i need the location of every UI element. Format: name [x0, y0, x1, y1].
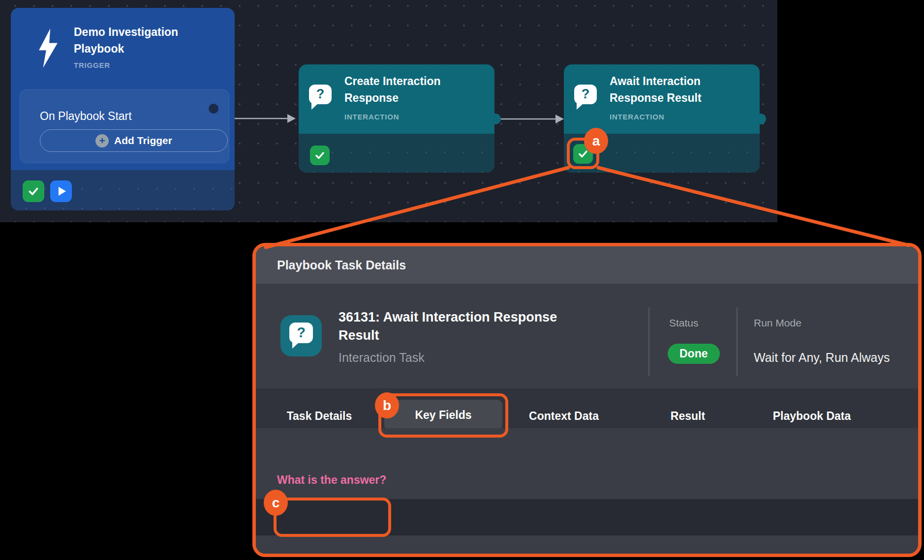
node-title: Await Interaction Response Result [610, 73, 730, 106]
playbook-task-details-panel: Playbook Task Details ? 36131: Await Int… [252, 243, 922, 557]
node-title: Create Interaction Response [344, 73, 465, 106]
divider [737, 307, 738, 376]
task-title: 36131: Await Interaction Response Result [339, 308, 585, 345]
node-create-interaction-response[interactable]: ? Create Interaction Response INTERACTIO… [299, 64, 494, 173]
tab-playbook-data[interactable]: Playbook Data [773, 410, 851, 423]
success-status-button[interactable] [573, 144, 593, 164]
connector-port-out[interactable] [490, 114, 501, 124]
screenshot-root: Demo Investigation Playbook TRIGGER On P… [0, 0, 924, 560]
node-title: Demo Investigation Playbook [74, 24, 197, 57]
node-trigger[interactable]: Demo Investigation Playbook TRIGGER On P… [11, 8, 235, 210]
run-mode-value: Wait for Any, Run Always [754, 351, 890, 365]
success-status-button[interactable] [23, 180, 44, 202]
play-button[interactable] [50, 180, 72, 202]
node-await-interaction-response-result[interactable]: ? Await Interaction Response Result INTE… [564, 64, 760, 173]
tab-context-data[interactable]: Context Data [529, 410, 599, 423]
check-icon [314, 149, 326, 161]
success-status-button[interactable] [310, 146, 330, 165]
lightning-icon [36, 28, 60, 69]
trigger-event-box[interactable]: On Playbook Start + Add Trigger [20, 89, 229, 163]
node-footer [11, 170, 235, 210]
divider [648, 307, 649, 376]
key-fields-content: What is the answer? Demo response [256, 428, 918, 557]
trigger-event-label: On Playbook Start [40, 110, 132, 123]
add-trigger-label: Add Trigger [114, 135, 172, 147]
node-type-label: INTERACTION [344, 113, 399, 121]
interaction-bubble-icon: ? [309, 85, 332, 104]
tab-task-details[interactable]: Task Details [287, 410, 352, 423]
interaction-task-icon: ? [280, 315, 322, 356]
key-field-answer-row: Demo response [256, 499, 918, 535]
tab-key-fields[interactable]: Key Fields [384, 400, 502, 430]
panel-tab-bar: Task Details Key Fields Context Data Res… [256, 388, 918, 428]
panel-header: Playbook Task Details [256, 246, 918, 284]
task-summary-section: ? 36131: Await Interaction Response Resu… [256, 284, 918, 388]
key-field-question: What is the answer? [277, 473, 386, 487]
node-type-label: INTERACTION [610, 113, 664, 121]
tab-result[interactable]: Result [671, 410, 705, 423]
run-mode-label: Run Mode [754, 317, 801, 329]
status-label: Status [669, 317, 699, 329]
playbook-canvas[interactable]: Demo Investigation Playbook TRIGGER On P… [0, 0, 777, 222]
play-icon [59, 187, 66, 196]
connector-port-out[interactable] [755, 114, 766, 124]
status-badge: Done [668, 344, 720, 364]
panel-title: Playbook Task Details [277, 246, 406, 284]
task-subtitle: Interaction Task [339, 351, 425, 365]
node-footer [564, 134, 760, 173]
plus-icon: + [95, 134, 109, 147]
node-footer [299, 134, 494, 173]
add-trigger-button[interactable]: + Add Trigger [40, 129, 228, 152]
check-icon [577, 148, 589, 160]
check-icon [27, 185, 40, 198]
connector-port-out[interactable] [209, 104, 218, 114]
interaction-bubble-icon: ? [574, 85, 597, 104]
node-type-label: TRIGGER [74, 61, 110, 69]
